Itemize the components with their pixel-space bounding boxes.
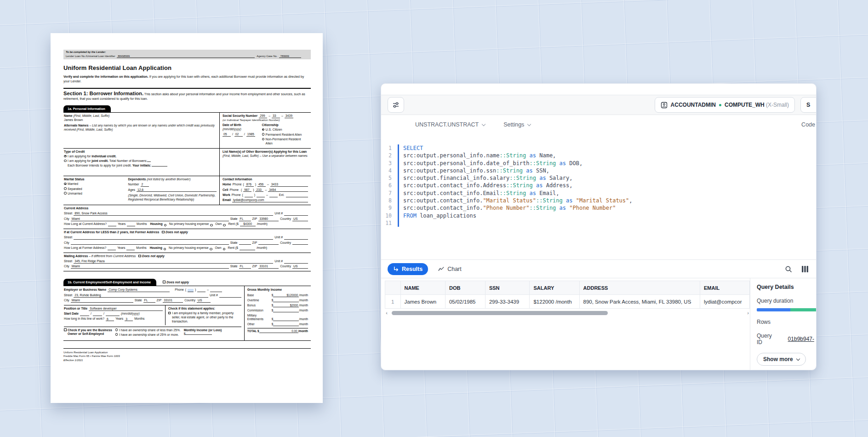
cell-phone-last: 3454 (268, 188, 308, 192)
work-phone-last (269, 197, 278, 197)
citizenship-permanent-radio (262, 133, 265, 136)
employment-box: Employer or Business NameComp Corp Syste… (63, 286, 311, 340)
query-duration-label: Query duration (757, 298, 814, 304)
employment-dna-checkbox (163, 281, 166, 283)
income-military (273, 321, 299, 321)
current-rent-value: $4300 (240, 222, 256, 226)
employer-state: FL (143, 299, 155, 303)
cell-email[interactable]: lydiat@compcor (700, 295, 749, 309)
column-header-name[interactable]: NAME (400, 281, 445, 295)
duration-segment-blue (757, 308, 790, 311)
status-dot (719, 104, 721, 106)
search-icon[interactable] (785, 265, 792, 273)
column-header-salary[interactable]: SALARY (530, 281, 579, 295)
home-phone-mid: 456 (257, 183, 266, 187)
mailing-zip: 33101 (258, 264, 279, 269)
results-tab[interactable]: Results (388, 263, 428, 275)
cell-phone-area: 987 (243, 188, 251, 192)
query-details-title: Query Details (757, 284, 814, 290)
code-line: 8src:output.contact_info."Marital Status… (381, 197, 816, 204)
contact-info-label: Contact Information (223, 178, 252, 181)
settings-dropdown[interactable]: Settings (503, 121, 531, 128)
cell-address[interactable]: 890, Snow Park Access, Miami, FL 33980, … (579, 295, 700, 309)
warehouse-name: COMPUTE_WH (725, 102, 765, 108)
current-street: 890, Snow Park Access (74, 212, 273, 216)
row-number-header[interactable] (385, 281, 401, 295)
show-more-button[interactable]: Show more (757, 353, 806, 366)
query-id-link[interactable]: 01b9b947- (788, 336, 814, 342)
code-line: 1SELECT (381, 144, 816, 152)
dob-mm: 05 (223, 132, 231, 137)
name-value: James Brown (64, 118, 217, 122)
section1-heading: Section 1: Borrower Information. (63, 91, 143, 96)
current-zip: 33980 (258, 217, 279, 221)
column-header-address[interactable]: ADDRESS (579, 281, 700, 295)
share-button[interactable]: S (800, 97, 817, 113)
sql-editor[interactable]: 1SELECT2src:output.personal_info.name::S… (381, 134, 816, 259)
employer-name: Comp Corp Systems (108, 288, 170, 292)
dob-yyyy: 1985 (246, 132, 255, 137)
married-radio (64, 183, 67, 185)
scrollbar-thumb[interactable] (392, 311, 608, 315)
chart-line-icon (438, 266, 445, 272)
ssn-label: Social Security Number (223, 114, 257, 118)
joint-credit-radio (64, 160, 67, 162)
personal-info-box: Name (First, Middle, Last, Suffix) James… (63, 112, 311, 271)
cell-ssn[interactable]: 299-33-3439 (485, 295, 530, 309)
ownership-gte25-radio (115, 333, 118, 336)
position-title: Software developer (89, 307, 163, 311)
chevron-down-icon (482, 122, 485, 126)
individual-credit-radio (64, 155, 67, 158)
warehouse-size: (X-Small) (766, 102, 789, 108)
table-row[interactable]: 1 James Brown 05/02/1985 299-33-3439 $12… (385, 295, 750, 309)
family-member-checkbox (168, 312, 171, 315)
rows-label: Rows (757, 319, 814, 325)
columns-icon[interactable] (801, 265, 809, 273)
database-schema-selector[interactable]: UNSTRACT.UNSTRACT (415, 121, 485, 128)
chart-tab[interactable]: Chart (438, 266, 462, 272)
employer-city: Miami (71, 299, 133, 303)
code-versions-link[interactable]: Code (801, 121, 815, 128)
chevron-down-icon (796, 356, 799, 360)
sql-worksheet-window: ACCOUNTADMIN COMPUTE_WH (X-Small) S UNST… (381, 83, 817, 370)
former-unit (284, 239, 308, 240)
section-1b-tab: 1b. Current Employment/Self-Employment a… (63, 279, 156, 286)
scroll-right-arrow[interactable]: › (746, 310, 750, 315)
scroll-left-arrow[interactable]: ‹ (385, 310, 388, 315)
lender-bar: To be completed by the Lender: Lender Lo… (63, 50, 311, 59)
role-warehouse-selector[interactable]: ACCOUNTADMIN COMPUTE_WH (X-Small) (655, 97, 795, 113)
income-bonus: $2000 (273, 304, 299, 307)
former-address-dna-checkbox (162, 231, 165, 234)
work-phone-mid (257, 197, 265, 197)
work-years: 6 (106, 317, 114, 322)
cell-dob[interactable]: 05/02/1985 (445, 295, 485, 309)
loan-application-document: To be completed by the Lender: Lender Lo… (51, 33, 323, 403)
mailing-unit (284, 263, 308, 264)
duration-segment-green (790, 308, 816, 311)
initials-fill (152, 166, 167, 167)
marital-status-label: Marital Status (64, 178, 85, 181)
row-number-cell: 1 (385, 295, 401, 309)
worksheet-options-button[interactable] (388, 97, 404, 113)
ssn-part2: 33 (272, 114, 280, 118)
current-housing-rent-radio (223, 224, 226, 227)
dependents-label: Dependents (128, 178, 146, 181)
current-housing-none-radio (164, 224, 167, 227)
cell-salary[interactable]: $122000 /month (530, 295, 579, 309)
code-line: 4src:output.personal_info.ssn::String as… (381, 167, 816, 174)
query-duration-bar[interactable] (757, 308, 816, 311)
former-zip (258, 244, 279, 245)
column-header-email[interactable]: EMAIL (700, 281, 749, 295)
cell-name[interactable]: James Brown (400, 295, 445, 309)
lender-bar-title: To be completed by the Lender: (66, 51, 308, 54)
ssn-hint: (or Individual Taxpayer Identification N… (223, 118, 308, 122)
income-base: $120000 (273, 293, 299, 297)
results-header-row: NAME DOB SSN SALARY ADDRESS EMAIL (385, 281, 750, 295)
worksheet-toolbar: ACCOUNTADMIN COMPUTE_WH (X-Small) S (381, 95, 816, 115)
dependents-number: 2 (141, 183, 149, 187)
column-header-dob[interactable]: DOB (445, 281, 485, 295)
code-line: 10FROM loan_applications (381, 212, 816, 219)
type-of-credit-label: Type of Credit (64, 150, 85, 153)
code-line: 6src:output.contact_info.Address::String… (381, 182, 816, 189)
column-header-ssn[interactable]: SSN (485, 281, 530, 295)
